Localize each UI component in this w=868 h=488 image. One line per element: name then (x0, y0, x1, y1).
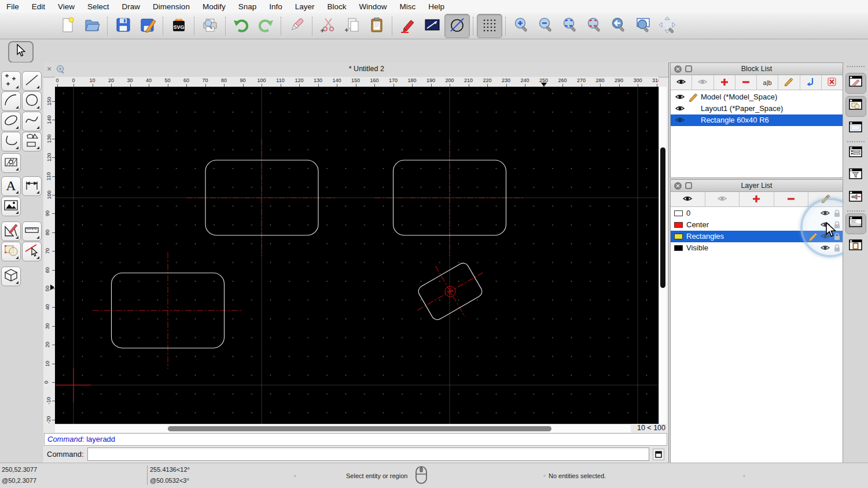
redo-button[interactable] (253, 14, 278, 38)
menu-block[interactable]: Block (321, 2, 353, 11)
block-add-button[interactable] (714, 75, 735, 90)
open-file-button[interactable] (80, 14, 104, 38)
line-properties-button[interactable] (420, 14, 444, 38)
block-rename-button[interactable]: a|b (757, 75, 778, 90)
vertical-scrollbar-thumb[interactable] (660, 147, 665, 288)
menu-modify[interactable]: Modify (196, 2, 232, 11)
layer-show-all-button[interactable] (671, 192, 705, 206)
line-tool-button[interactable] (22, 71, 42, 91)
save-as-button[interactable] (135, 14, 160, 38)
vertical-scrollbar[interactable] (659, 87, 667, 424)
text-tool-button[interactable]: A (1, 176, 21, 196)
command-input[interactable] (87, 448, 649, 461)
zoom-pan-button[interactable] (655, 14, 679, 38)
block-delete-button[interactable] (822, 75, 843, 90)
select-tool-button[interactable] (8, 41, 34, 63)
layer-row-rectangles[interactable]: Rectangles (671, 231, 843, 242)
layer-row-center[interactable]: Center (671, 219, 843, 231)
delete-button[interactable] (285, 14, 309, 38)
dock-block-list-toggle[interactable] (845, 73, 866, 94)
dock-filter-toggle[interactable] (845, 165, 866, 186)
layer-hide-all-button[interactable] (705, 192, 740, 206)
points-tool-button[interactable] (1, 71, 21, 91)
zoom-previous-button[interactable] (582, 14, 606, 38)
solid-3d-tool-button[interactable] (1, 267, 21, 286)
command-detach-button[interactable] (653, 449, 664, 460)
block-hide-all-button[interactable] (692, 75, 713, 90)
new-file-button[interactable] (56, 14, 80, 38)
menu-help[interactable]: Help (422, 2, 451, 11)
dock-command-widget-toggle[interactable] (845, 213, 866, 234)
layer-lock-icon[interactable] (833, 244, 841, 254)
block-row-layout1[interactable]: Layout1 (*Paper_Space) (671, 103, 843, 114)
paste-button[interactable] (365, 14, 389, 38)
grid-toggle-button[interactable] (477, 14, 502, 38)
menu-file[interactable]: File (0, 2, 25, 11)
menu-view[interactable]: View (52, 2, 81, 11)
image-tool-button[interactable] (1, 197, 21, 216)
menu-dimension[interactable]: Dimension (146, 2, 196, 11)
ellipse-tool-button[interactable] (1, 112, 21, 131)
polyline-tool-button[interactable] (1, 132, 21, 151)
layer-visibility-eye-icon[interactable] (821, 244, 830, 253)
polygon-tool-button[interactable] (22, 132, 42, 151)
menu-select[interactable]: Select (81, 2, 116, 11)
menu-edit[interactable]: Edit (25, 2, 52, 11)
tab-close-icon[interactable]: × (47, 64, 52, 73)
dock-pen-palette-toggle[interactable] (845, 188, 866, 209)
block-row-model[interactable]: Model (*Model_Space) (671, 91, 843, 103)
modify-tool-button[interactable] (1, 221, 21, 241)
circle-tool-button[interactable] (22, 91, 42, 111)
measure-tool-button[interactable] (22, 221, 42, 241)
block-tool-button[interactable] (1, 242, 21, 261)
block-edit-button[interactable] (778, 75, 800, 90)
dock-library-browser-toggle[interactable] (845, 96, 866, 117)
block-remove-button[interactable] (735, 75, 757, 90)
dimension-tool-button[interactable] (22, 176, 42, 196)
layer-row-0[interactable]: 0 (671, 208, 843, 219)
layer-add-button[interactable] (740, 192, 774, 206)
zoom-auto-button[interactable] (558, 14, 582, 38)
menu-window[interactable]: Window (353, 2, 393, 11)
drawing-canvas[interactable] (55, 87, 659, 424)
layer-edit-button[interactable] (808, 192, 843, 206)
visibility-eye-icon[interactable] (675, 116, 685, 125)
circle-line-button[interactable] (444, 14, 470, 38)
dock-handle (847, 66, 865, 67)
print-preview-button[interactable] (198, 14, 222, 38)
menu-info[interactable]: Info (263, 2, 289, 11)
zoom-in-button[interactable] (509, 14, 534, 38)
block-insert-button[interactable] (800, 75, 822, 90)
zoom-out-button[interactable] (534, 14, 558, 38)
menu-layer[interactable]: Layer (289, 2, 321, 11)
menu-snap[interactable]: Snap (232, 2, 263, 11)
block-show-all-button[interactable] (671, 75, 692, 90)
block-row-rectangle[interactable]: Rectangle 60x40 R6 (671, 114, 843, 126)
dock-layout-toggle[interactable] (845, 119, 866, 139)
dock-entity-list-toggle[interactable] (845, 143, 866, 164)
visibility-eye-icon[interactable] (675, 105, 685, 114)
zoom-back-button[interactable] (606, 14, 631, 38)
layer-lock-icon[interactable] (833, 209, 841, 219)
menu-draw[interactable]: Draw (116, 2, 147, 11)
zoom-window-button[interactable] (631, 14, 655, 38)
drawing-tab-icon[interactable] (56, 65, 65, 76)
layer-visibility-eye-icon[interactable] (821, 209, 830, 219)
pen-edit-button[interactable] (396, 14, 420, 38)
horizontal-scrollbar-thumb[interactable] (168, 426, 551, 431)
menu-misc[interactable]: Misc (393, 2, 422, 11)
arc-tool-button[interactable] (1, 91, 21, 111)
visibility-eye-icon[interactable] (675, 93, 685, 102)
undo-button[interactable] (229, 14, 253, 38)
hatch-tool-button[interactable] (1, 153, 21, 173)
dock-clipboard-toggle[interactable] (845, 236, 866, 257)
layer-remove-button[interactable] (774, 192, 809, 206)
select-entity-tool-button[interactable] (22, 242, 42, 261)
horizontal-scrollbar[interactable] (55, 424, 631, 432)
export-svg-button[interactable]: SVG (167, 14, 191, 38)
spline-tool-button[interactable] (22, 112, 42, 131)
save-button[interactable] (111, 14, 135, 38)
cut-button[interactable] (316, 14, 340, 38)
layer-row-visible[interactable]: Visible (671, 242, 843, 254)
copy-button[interactable] (340, 14, 365, 38)
